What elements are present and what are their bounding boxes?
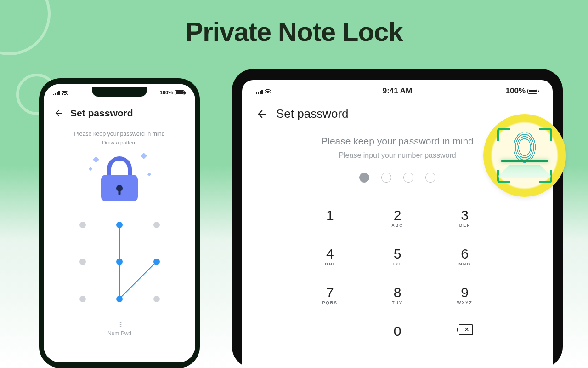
pattern-dot[interactable] [79,296,86,302]
pattern-dot[interactable] [153,222,160,228]
hero-title: Private Note Lock [0,16,588,47]
keypad-key-1[interactable]: 1 [296,208,364,228]
screen-title: Set password [70,108,133,119]
backspace-icon [457,324,473,335]
num-pwd-label: Num Pwd [107,330,131,337]
phone-notch [92,87,147,97]
pattern-dot[interactable] [116,222,123,228]
back-arrow-icon[interactable] [54,108,64,118]
device-phone: 9:41 AM 100% Set password Please keep yo… [39,78,200,368]
lock-illustration [87,154,152,204]
keypad-key-7[interactable]: 7PQRS [296,286,364,305]
signal-icon [256,89,263,94]
svg-line-2 [119,262,157,299]
pin-dot [403,172,413,183]
battery-text: 100% [506,86,526,96]
battery-icon [175,90,186,95]
switch-to-number-password[interactable]: ⠿ Num Pwd [44,321,195,337]
keypad-key-9[interactable]: 9WXYZ [431,286,498,305]
keypad-key-3[interactable]: 3DEF [431,208,498,228]
pin-dot [425,172,435,183]
keypad-key-0[interactable]: 0 [364,324,431,344]
keypad-key-2[interactable]: 2ABC [364,208,431,228]
hint-secondary: Draw a pattern [44,140,195,145]
pattern-grid[interactable] [67,209,172,315]
wifi-icon [265,89,271,93]
pattern-dot[interactable] [116,296,123,302]
status-time: 9:41 AM [383,86,413,96]
keypad-key-6[interactable]: 6MNO [431,247,498,266]
hint-primary: Please keep your password in mind [44,131,195,137]
app-bar: Set password [44,98,195,119]
pin-dot [381,172,391,183]
device-tablet: 9:41 AM 100% Set password Please keep yo… [232,69,563,368]
scan-line [501,160,548,162]
wifi-icon [62,90,68,95]
scan-frame-corner [539,128,552,141]
pattern-dot[interactable] [79,259,86,265]
battery-icon [527,89,539,94]
keypad-key-4[interactable]: 4GHI [296,247,364,266]
screen-title: Set password [276,107,349,121]
keypad-key-8[interactable]: 8TUV [364,286,431,305]
phone-screen: 9:41 AM 100% Set password Please keep yo… [44,84,195,362]
scan-frame-corner [539,170,552,183]
keypad-icon: ⠿ [44,321,195,328]
battery-text: 100% [160,90,173,95]
signal-icon [53,90,60,95]
fingerprint-icon [509,132,540,169]
number-keypad: 1 2ABC 3DEF 4GHI 5JKL 6MNO 7PQRS 8TUV 9W… [296,208,498,344]
keypad-key-empty [296,324,364,344]
pattern-dot[interactable] [116,259,123,265]
scan-frame-corner [497,128,510,141]
pattern-dot[interactable] [153,296,160,302]
app-bar: Set password [242,96,553,121]
pattern-dot[interactable] [153,259,160,265]
fingerprint-badge [483,114,566,197]
keypad-key-backspace[interactable] [431,324,498,344]
pattern-dot[interactable] [79,222,86,228]
status-bar: 9:41 AM 100% [242,80,553,96]
back-arrow-icon[interactable] [256,108,268,120]
pin-dot [359,172,369,183]
keypad-key-5[interactable]: 5JKL [364,247,431,266]
